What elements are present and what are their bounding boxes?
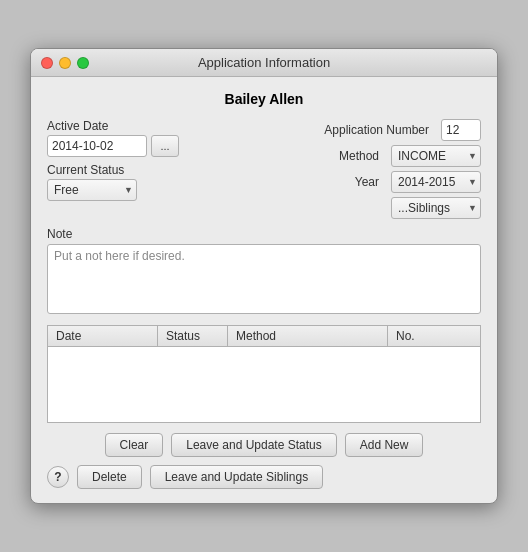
- clear-button[interactable]: Clear: [105, 433, 164, 457]
- right-fields: Application Number Method INCOME OTHER ▼: [227, 119, 481, 219]
- table-header: Date Status Method No.: [48, 326, 480, 347]
- siblings-row: ...Siblings None ▼: [227, 197, 481, 219]
- browse-button[interactable]: ...: [151, 135, 179, 157]
- maximize-button[interactable]: [77, 57, 89, 69]
- note-textarea[interactable]: Put a not here if desired.: [47, 244, 481, 314]
- main-form-row: Active Date ... Current Status Free Paid…: [47, 119, 481, 219]
- application-window: Application Information Bailey Allen Act…: [30, 48, 498, 504]
- method-label: Method: [339, 149, 379, 163]
- table-body: [48, 347, 480, 422]
- col-header-method: Method: [228, 326, 388, 346]
- history-table: Date Status Method No.: [47, 325, 481, 423]
- method-select-wrapper: INCOME OTHER ▼: [391, 145, 481, 167]
- active-date-input[interactable]: [47, 135, 147, 157]
- traffic-lights: [41, 57, 89, 69]
- delete-button[interactable]: Delete: [77, 465, 142, 489]
- buttons-row-1: Clear Leave and Update Status Add New: [47, 433, 481, 457]
- app-number-label: Application Number: [324, 123, 429, 137]
- person-name: Bailey Allen: [47, 91, 481, 107]
- right-column: Application Number Method INCOME OTHER ▼: [227, 119, 481, 219]
- buttons-row-2: ? Delete Leave and Update Siblings: [47, 465, 481, 489]
- active-date-row: ...: [47, 135, 227, 157]
- add-new-button[interactable]: Add New: [345, 433, 424, 457]
- close-button[interactable]: [41, 57, 53, 69]
- year-label: Year: [355, 175, 379, 189]
- year-select-wrapper: 2014-2015 2015-2016 ▼: [391, 171, 481, 193]
- minimize-button[interactable]: [59, 57, 71, 69]
- note-section: Note Put a not here if desired.: [47, 227, 481, 317]
- app-number-row: Application Number: [227, 119, 481, 141]
- title-bar: Application Information: [31, 49, 497, 77]
- window-title: Application Information: [198, 55, 330, 70]
- col-header-status: Status: [158, 326, 228, 346]
- note-label: Note: [47, 227, 481, 241]
- leave-update-siblings-button[interactable]: Leave and Update Siblings: [150, 465, 323, 489]
- help-button[interactable]: ?: [47, 466, 69, 488]
- active-date-label: Active Date: [47, 119, 227, 133]
- year-row: Year 2014-2015 2015-2016 ▼: [227, 171, 481, 193]
- window-content: Bailey Allen Active Date ... Current Sta…: [31, 77, 497, 503]
- col-header-no: No.: [388, 326, 480, 346]
- left-column: Active Date ... Current Status Free Paid…: [47, 119, 227, 207]
- leave-update-status-button[interactable]: Leave and Update Status: [171, 433, 336, 457]
- method-select[interactable]: INCOME OTHER: [391, 145, 481, 167]
- app-number-input[interactable]: [441, 119, 481, 141]
- siblings-select-wrapper: ...Siblings None ▼: [391, 197, 481, 219]
- current-status-select[interactable]: Free Paid Pending: [47, 179, 137, 201]
- year-select[interactable]: 2014-2015 2015-2016: [391, 171, 481, 193]
- current-status-row: Free Paid Pending ▼: [47, 179, 227, 201]
- method-row: Method INCOME OTHER ▼: [227, 145, 481, 167]
- current-status-label: Current Status: [47, 163, 227, 177]
- siblings-select[interactable]: ...Siblings None: [391, 197, 481, 219]
- col-header-date: Date: [48, 326, 158, 346]
- current-status-select-wrapper: Free Paid Pending ▼: [47, 179, 137, 201]
